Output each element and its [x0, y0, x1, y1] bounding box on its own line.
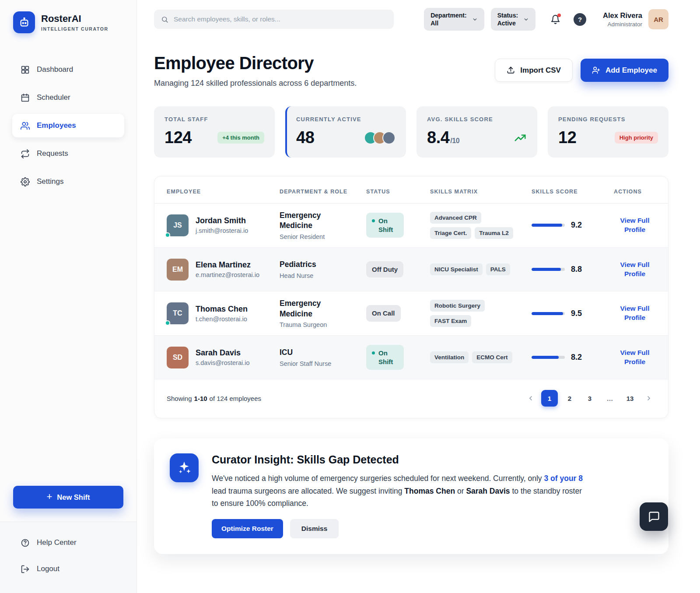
skill-tag: Robotic Surgery [430, 300, 485, 312]
table-row: EMElena Martineze.martinez@rosterai.ioPe… [154, 248, 668, 291]
pagination: 123…13 [524, 390, 656, 407]
sidebar-item-logout[interactable]: Logout [12, 557, 124, 581]
actions-cell: View Full Profile [614, 260, 656, 279]
sidebar-item-requests[interactable]: Requests [12, 142, 124, 165]
sidebar-item-help-center[interactable]: Help Center [12, 531, 124, 554]
import-csv-button[interactable]: Import CSV [495, 59, 573, 82]
score-cell: 8.2 [532, 353, 614, 362]
skill-tag: PALS [486, 263, 510, 275]
page-button-2[interactable]: 2 [561, 390, 578, 407]
sidebar-item-employees[interactable]: Employees [12, 114, 124, 137]
view-profile-link[interactable]: View Full Profile [616, 348, 654, 367]
chat-button[interactable] [640, 502, 668, 531]
score-value: 8.8 [571, 265, 582, 274]
next-page-button[interactable] [642, 390, 656, 407]
user-menu[interactable]: Alex Rivera Administrator AR [603, 9, 668, 29]
role-name: Head Nurse [280, 272, 366, 279]
sidebar-item-scheduler[interactable]: Scheduler [12, 86, 124, 109]
score-cell: 9.2 [532, 221, 614, 230]
view-profile-link[interactable]: View Full Profile [616, 216, 654, 235]
employee-cell: TCThomas Chent.chen@rosterai.io [167, 302, 280, 324]
active-staff-avatar [382, 131, 396, 144]
department-filter[interactable]: Department: All [424, 8, 484, 31]
page-header: Employee Directory Managing 124 skilled … [154, 53, 668, 88]
main-content: Department: All Status: Active ? Ale [137, 0, 700, 593]
stat-value: 12 [558, 128, 576, 147]
employee-avatar: JS [167, 214, 189, 236]
logout-label: Logout [37, 565, 60, 573]
sidebar: RosterAI INTELLIGENT CURATOR DashboardSc… [0, 0, 137, 593]
status-filter[interactable]: Status: Active [491, 8, 536, 31]
page-button-3[interactable]: 3 [581, 390, 598, 407]
settings-icon [20, 177, 30, 186]
stat-value: 124 [164, 128, 192, 147]
stat-badge: High priority [615, 132, 658, 144]
sidebar-footer: Help Center Logout [0, 522, 136, 593]
view-profile-link[interactable]: View Full Profile [616, 304, 654, 323]
page-button-1[interactable]: 1 [541, 390, 558, 407]
employee-cell: SDSarah Daviss.davis@rosterai.io [167, 347, 280, 368]
add-employee-button[interactable]: Add Employee [581, 59, 668, 82]
department-name: Emergency Medicine [280, 298, 345, 319]
import-csv-label: Import CSV [520, 66, 561, 75]
column-header: STATUS [366, 188, 430, 196]
new-shift-button[interactable]: + New Shift [13, 486, 123, 509]
employee-name: Elena Martinez [196, 260, 259, 270]
actions-cell: View Full Profile [614, 348, 656, 367]
status-filter-value: Active [497, 19, 518, 27]
employee-table: EMPLOYEEDEPARTMENT & ROLESTATUSSKILLS MA… [154, 176, 668, 418]
sidebar-item-label: Requests [37, 149, 68, 158]
employee-cell: JSJordan Smithj.smith@rosterai.io [167, 214, 280, 236]
employee-name: Jordan Smith [196, 216, 248, 225]
skill-tag: ECMO Cert [472, 351, 512, 363]
stat-card-currently-active: CURRENTLY ACTIVE48 [285, 106, 406, 158]
score-bar [532, 268, 565, 271]
dashboard-icon [20, 65, 30, 74]
sparkles-icon [170, 453, 199, 482]
sidebar-item-settings[interactable]: Settings [12, 170, 124, 193]
stat-label: TOTAL STAFF [164, 116, 264, 123]
app-logo: RosterAI INTELLIGENT CURATOR [12, 11, 124, 33]
prev-page-button[interactable] [524, 390, 538, 407]
actions-cell: View Full Profile [614, 304, 656, 323]
employees-icon [20, 121, 30, 130]
department-filter-label: Department: [430, 11, 466, 19]
logout-icon [20, 564, 30, 574]
status-cell: On Shift [366, 213, 430, 238]
page-button-13[interactable]: 13 [622, 390, 638, 407]
column-header: ACTIONS [614, 188, 656, 196]
employee-avatar: TC [167, 302, 189, 324]
score-value: 8.2 [571, 353, 582, 362]
search-input[interactable] [174, 15, 387, 23]
skill-tag: Advanced CPR [430, 212, 481, 224]
skills-cell: Robotic SurgeryFAST Exam [430, 300, 520, 327]
dismiss-button[interactable]: Dismiss [290, 519, 339, 538]
pagination-ellipsis: … [602, 390, 618, 407]
notifications-button[interactable] [550, 14, 560, 25]
optimize-roster-button[interactable]: Optimize Roster [212, 519, 283, 538]
employee-name: Sarah Davis [196, 348, 250, 358]
column-header: DEPARTMENT & ROLE [280, 188, 352, 196]
status-filter-label: Status: [497, 11, 518, 19]
user-role: Administrator [603, 21, 642, 28]
notification-dot [557, 14, 561, 17]
search-icon [161, 16, 168, 23]
sidebar-item-label: Scheduler [37, 93, 70, 102]
skill-tag: Ventilation [430, 351, 469, 363]
table-row: JSJordan Smithj.smith@rosterai.ioEmergen… [154, 204, 668, 248]
employee-cell: EMElena Martineze.martinez@rosterai.io [167, 259, 280, 281]
page-title: Employee Directory [154, 53, 357, 73]
app-tagline: INTELLIGENT CURATOR [41, 26, 108, 32]
help-button[interactable]: ? [574, 13, 586, 26]
employee-email: t.chen@rosterai.io [196, 316, 248, 323]
sidebar-item-dashboard[interactable]: Dashboard [12, 58, 124, 81]
active-staff-avatars [364, 131, 396, 144]
chevron-down-icon [472, 17, 478, 22]
view-profile-link[interactable]: View Full Profile [616, 260, 654, 279]
column-header: EMPLOYEE [167, 188, 239, 196]
stat-value: 48 [296, 128, 314, 147]
employee-avatar: SD [167, 347, 189, 368]
table-header-row: EMPLOYEEDEPARTMENT & ROLESTATUSSKILLS MA… [154, 176, 668, 204]
requests-icon [20, 149, 30, 158]
sidebar-item-label: Dashboard [37, 65, 73, 74]
